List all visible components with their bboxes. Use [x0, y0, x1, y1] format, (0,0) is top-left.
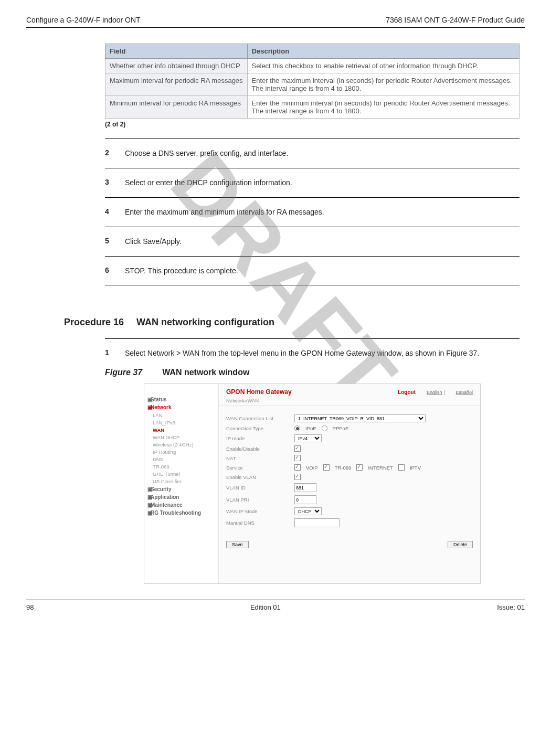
enable-vlan-checkbox[interactable] — [294, 474, 301, 480]
wan-ip-mode-label: WAN IP Mode — [226, 508, 294, 514]
footer-issue: Issue: 01 — [497, 603, 525, 611]
service-iptv-label: IPTV — [410, 465, 421, 471]
logout-link[interactable]: Logout — [398, 389, 416, 395]
vlan-pri-input[interactable] — [294, 495, 316, 504]
step: 1 Select Network > WAN from the top-leve… — [105, 348, 520, 358]
step-text: Choose a DNS server, prefix config, and … — [125, 148, 288, 158]
sidebar-item-wan-dhcp[interactable]: WAN DHCP — [153, 434, 218, 440]
lang-espanol[interactable]: Español — [455, 390, 473, 395]
step-number: 4 — [105, 207, 113, 217]
lang-english[interactable]: English — [427, 390, 442, 395]
field-name: Whether other info obtained through DHCP — [105, 59, 248, 73]
sidebar-item-wan[interactable]: WAN — [153, 427, 218, 433]
manual-dns-input[interactable] — [294, 518, 340, 527]
table-page-indicator: (2 of 2) — [105, 121, 520, 128]
manual-dns-label: Manual DNS — [226, 520, 294, 526]
sidebar-item-wireless[interactable]: Wireless (2.4GHz) — [153, 442, 218, 448]
step: 4 Enter the maximum and minimum interval… — [105, 207, 520, 217]
parameter-table: Field Description Whether other info obt… — [105, 44, 520, 119]
step: 5 Click Save/Apply. — [105, 237, 520, 247]
sidebar-item-rg-troubleshooting[interactable]: ▣RG Troubleshooting — [147, 510, 218, 516]
table-row: Whether other info obtained through DHCP… — [105, 59, 520, 73]
enable-disable-checkbox[interactable] — [294, 445, 301, 452]
step-text: Select or enter the DHCP configuration i… — [125, 178, 292, 188]
step-text: Select Network > WAN from the top-level … — [125, 348, 479, 358]
field-desc: Select this checkbox to enable retrieval… — [247, 59, 519, 73]
sidebar-item-lan-ipv6[interactable]: LAN_IPv6 — [153, 420, 218, 425]
wan-ip-mode-select[interactable]: DHCP — [294, 507, 322, 515]
procedure-title: WAN networking configuration — [136, 317, 274, 328]
step-rule — [105, 197, 520, 198]
step-number: 5 — [105, 237, 113, 247]
step-number: 6 — [105, 266, 113, 276]
header-right: 7368 ISAM ONT G-240W-F Product Guide — [386, 16, 525, 24]
step-rule — [105, 256, 520, 257]
ip-mode-select[interactable]: IPv4 — [294, 434, 322, 442]
sidebar-item-maintenance[interactable]: ▣Maintenance — [147, 502, 218, 508]
step-rule — [105, 139, 520, 139]
step-number: 2 — [105, 148, 113, 158]
pppoe-radio[interactable] — [322, 425, 327, 431]
step-rule — [105, 285, 520, 285]
wan-conn-list-select[interactable]: 1_INTERNET_TR069_VOIP_R_VID_881 — [294, 414, 426, 422]
sidebar-item-dns[interactable]: DNS — [153, 456, 218, 462]
field-desc: Enter the maximum interval (in seconds) … — [247, 73, 519, 96]
service-internet-label: INTERNET — [368, 465, 393, 471]
wan-conn-list-label: WAN Connection List — [226, 416, 294, 421]
nat-label: NAT — [226, 455, 294, 461]
step-text: Enter the maximum and minimum intervals … — [125, 207, 324, 217]
sidebar-item-gre-tunnel[interactable]: GRE Tunnel — [153, 471, 218, 477]
nat-checkbox[interactable] — [294, 455, 301, 461]
sidebar-item-application[interactable]: ▣Application — [147, 494, 218, 500]
table-row: Maximum interval for periodic RA message… — [105, 73, 520, 96]
service-label: Service — [226, 465, 294, 471]
footer-page-number: 98 — [26, 603, 34, 611]
pppoe-label: PPPoE — [333, 425, 349, 431]
ipoe-label: IPoE — [305, 425, 316, 431]
service-voip-checkbox[interactable] — [294, 464, 301, 471]
step-rule — [105, 168, 520, 168]
service-iptv-checkbox[interactable] — [398, 464, 405, 471]
breadcrumb: Network>WAN — [219, 398, 480, 406]
field-name: Minimum interval for periodic RA message… — [105, 96, 248, 119]
sidebar-item-us-classifier[interactable]: US Classifier — [153, 478, 218, 484]
wan-window-figure: ▣Status ▣Network LAN LAN_IPv6 WAN WAN DH… — [144, 384, 481, 584]
procedure-label: Procedure 16 — [64, 317, 124, 328]
ipoe-radio[interactable] — [294, 425, 300, 431]
delete-button[interactable]: Delete — [448, 541, 473, 548]
step-number: 3 — [105, 178, 113, 188]
ip-mode-label: IP mode — [226, 435, 294, 441]
service-internet-checkbox[interactable] — [356, 464, 363, 471]
sidebar-item-network[interactable]: ▣Network — [147, 404, 218, 410]
vlan-id-input[interactable] — [294, 483, 316, 492]
service-voip-label: VOIP — [306, 465, 318, 471]
sidebar-item-lan[interactable]: LAN — [153, 412, 218, 418]
figure-label: Figure 37 — [105, 368, 142, 377]
sidebar-item-status[interactable]: ▣Status — [147, 397, 218, 402]
step-text: STOP. This procedure is complete. — [125, 266, 238, 276]
sidebar-item-security[interactable]: ▣Security — [147, 486, 218, 492]
step: 6 STOP. This procedure is complete. — [105, 266, 520, 276]
step-rule — [105, 338, 520, 339]
enable-disable-label: Enable/Disable — [226, 446, 294, 452]
sidebar-item-ip-routing[interactable]: IP Routing — [153, 449, 218, 455]
step-number: 1 — [105, 348, 113, 358]
footer-edition: Edition 01 — [250, 603, 281, 611]
field-desc: Enter the minimum interval (in seconds) … — [247, 96, 519, 119]
figure-title: WAN network window — [162, 368, 249, 377]
table-header-description: Description — [247, 44, 519, 59]
step-rule — [105, 227, 520, 227]
table-header-field: Field — [105, 44, 248, 59]
vlan-id-label: VLAN ID — [226, 485, 294, 491]
step-text: Click Save/Apply. — [125, 237, 182, 247]
header-left: Configure a G-240W-F indoor ONT — [26, 16, 141, 24]
step: 3 Select or enter the DHCP configuration… — [105, 178, 520, 188]
sidebar: ▣Status ▣Network LAN LAN_IPv6 WAN WAN DH… — [144, 384, 219, 583]
vlan-pri-label: VLAN PRI — [226, 497, 294, 503]
conn-type-label: Connection Type — [226, 425, 294, 431]
field-name: Maximum interval for periodic RA message… — [105, 73, 248, 96]
service-tr069-checkbox[interactable] — [323, 464, 330, 471]
service-tr069-label: TR-069 — [335, 465, 352, 471]
save-button[interactable]: Save — [226, 541, 249, 548]
sidebar-item-tr069[interactable]: TR-069 — [153, 464, 218, 470]
